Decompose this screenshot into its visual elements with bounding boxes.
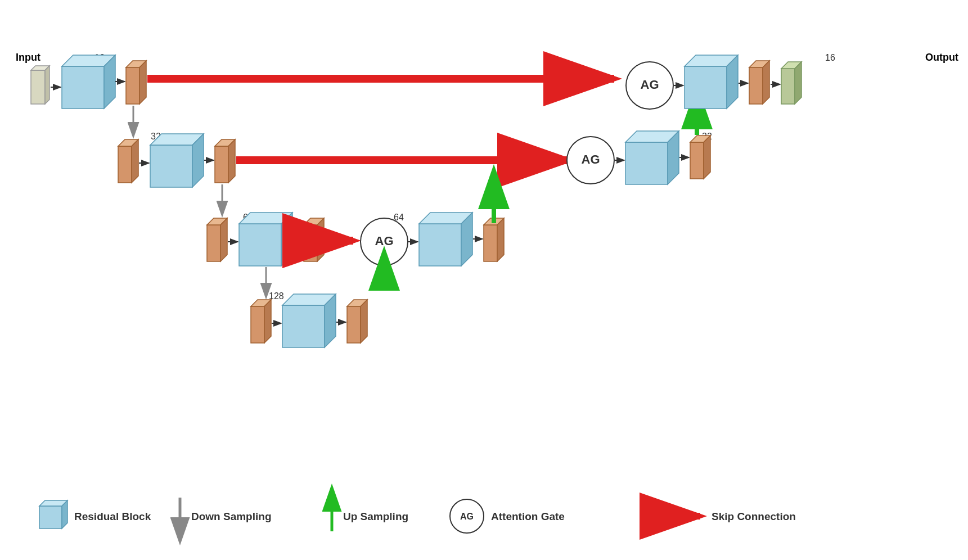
svg-marker-26 xyxy=(239,224,281,266)
svg-marker-29 xyxy=(304,225,317,261)
ag-text-row3: AG xyxy=(375,234,394,248)
svg-marker-8 xyxy=(62,66,104,109)
legend-skip-label: Skip Connection xyxy=(712,511,796,522)
cube2-enc xyxy=(150,134,204,187)
svg-marker-58 xyxy=(763,61,769,104)
cube3-enc xyxy=(239,213,292,266)
svg-marker-23 xyxy=(207,225,220,261)
ag-text-row2: AG xyxy=(582,152,600,166)
svg-marker-7 xyxy=(45,66,49,104)
svg-marker-52 xyxy=(704,136,710,179)
flat1-dec-out xyxy=(749,61,769,104)
svg-marker-56 xyxy=(749,67,763,104)
cube1-dec xyxy=(685,55,738,109)
svg-marker-62 xyxy=(39,506,62,529)
svg-marker-16 xyxy=(132,139,138,183)
svg-marker-14 xyxy=(118,146,132,183)
flat4-out xyxy=(347,300,367,343)
flat3-enc-out xyxy=(304,218,324,261)
cube1-enc xyxy=(62,55,115,109)
legend-down-label: Down Sampling xyxy=(191,511,272,522)
svg-marker-47 xyxy=(625,142,668,184)
svg-marker-35 xyxy=(484,225,497,261)
output-slab xyxy=(781,62,802,104)
svg-marker-61 xyxy=(795,62,802,104)
svg-marker-5 xyxy=(31,70,45,104)
flat2-dec-out xyxy=(690,136,710,179)
legend-residual-block xyxy=(39,500,67,529)
legend-ag-text: AG xyxy=(460,512,474,521)
svg-marker-31 xyxy=(317,218,324,261)
legend-residual-label: Residual Block xyxy=(74,511,151,522)
svg-marker-53 xyxy=(685,66,727,109)
svg-marker-44 xyxy=(347,306,361,343)
svg-marker-50 xyxy=(690,142,704,179)
flat4-in xyxy=(251,300,271,343)
svg-marker-59 xyxy=(781,69,795,104)
output-label: Output xyxy=(925,52,958,63)
svg-marker-38 xyxy=(251,306,264,343)
flat1-enc xyxy=(126,61,146,104)
svg-marker-46 xyxy=(361,300,367,343)
flat3-enc-in xyxy=(207,218,227,261)
svg-marker-20 xyxy=(215,146,228,183)
svg-marker-25 xyxy=(220,218,227,261)
legend-ag-label: Attention Gate xyxy=(491,511,565,522)
svg-marker-13 xyxy=(139,61,146,104)
label-16-dec: 16 xyxy=(825,53,835,62)
flat3-dec-out xyxy=(484,218,504,261)
ag-text-row1: AG xyxy=(641,78,659,92)
cube4-bottleneck xyxy=(282,294,336,347)
flat2-enc-in xyxy=(118,139,138,183)
input-slab xyxy=(31,66,49,104)
svg-marker-17 xyxy=(150,145,192,187)
svg-marker-41 xyxy=(282,305,325,347)
svg-marker-40 xyxy=(264,300,271,343)
flat2-enc-out xyxy=(215,139,235,183)
label-64-dec: 64 xyxy=(394,213,404,222)
svg-marker-37 xyxy=(497,218,504,261)
legend-up-label: Up Sampling xyxy=(343,511,408,522)
svg-marker-11 xyxy=(126,67,139,104)
input-label: Input xyxy=(16,52,40,63)
svg-marker-22 xyxy=(228,139,235,183)
svg-marker-32 xyxy=(419,224,461,266)
svg-marker-64 xyxy=(62,500,67,529)
cube3-dec xyxy=(419,213,472,266)
cube2-dec xyxy=(625,131,679,184)
